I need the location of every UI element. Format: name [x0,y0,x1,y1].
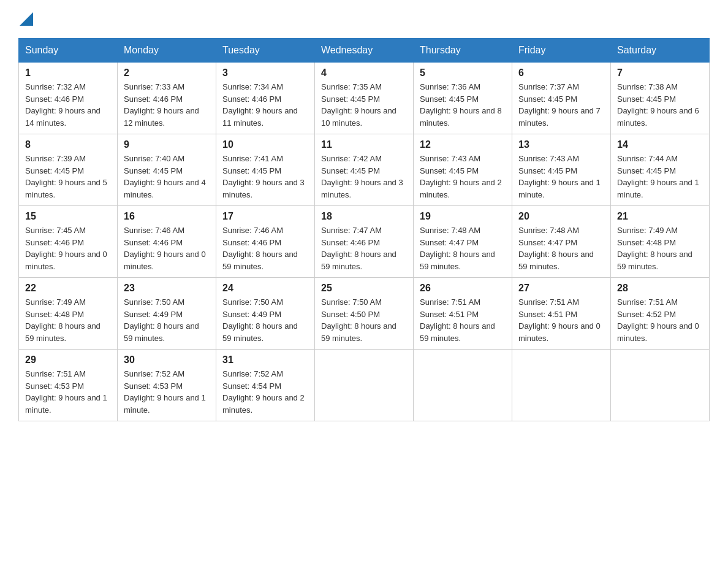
calendar-table: SundayMondayTuesdayWednesdayThursdayFrid… [18,38,710,421]
day-number: 23 [124,283,210,294]
weekday-header-monday: Monday [118,39,216,63]
day-info: Sunrise: 7:44 AMSunset: 4:45 PMDaylight:… [617,153,703,201]
day-info: Sunrise: 7:49 AMSunset: 4:48 PMDaylight:… [25,296,111,344]
calendar-cell: 14Sunrise: 7:44 AMSunset: 4:45 PMDayligh… [611,134,710,206]
calendar-cell: 7Sunrise: 7:38 AMSunset: 4:45 PMDaylight… [611,63,710,134]
day-number: 26 [420,283,506,294]
day-number: 17 [222,211,308,222]
day-number: 18 [321,211,407,222]
calendar-cell: 19Sunrise: 7:48 AMSunset: 4:47 PMDayligh… [414,206,512,278]
calendar-cell: 30Sunrise: 7:52 AMSunset: 4:53 PMDayligh… [118,350,216,421]
day-info: Sunrise: 7:36 AMSunset: 4:45 PMDaylight:… [420,81,506,129]
calendar-cell: 17Sunrise: 7:46 AMSunset: 4:46 PMDayligh… [216,206,315,278]
logo-arrow-icon [20,12,33,26]
calendar-cell [315,350,414,421]
day-number: 8 [25,139,111,150]
calendar-cell: 26Sunrise: 7:51 AMSunset: 4:51 PMDayligh… [414,278,512,350]
day-info: Sunrise: 7:43 AMSunset: 4:45 PMDaylight:… [518,153,604,201]
day-info: Sunrise: 7:32 AMSunset: 4:46 PMDaylight:… [25,81,111,129]
day-info: Sunrise: 7:43 AMSunset: 4:45 PMDaylight:… [420,153,506,201]
day-info: Sunrise: 7:37 AMSunset: 4:45 PMDaylight:… [518,81,604,129]
day-number: 15 [25,211,111,222]
day-number: 6 [518,67,604,79]
day-number: 4 [321,67,407,79]
day-info: Sunrise: 7:49 AMSunset: 4:48 PMDaylight:… [617,224,703,272]
calendar-cell: 13Sunrise: 7:43 AMSunset: 4:45 PMDayligh… [512,134,611,206]
calendar-cell: 18Sunrise: 7:47 AMSunset: 4:46 PMDayligh… [315,206,414,278]
calendar-cell: 9Sunrise: 7:40 AMSunset: 4:45 PMDaylight… [118,134,216,206]
calendar-cell: 1Sunrise: 7:32 AMSunset: 4:46 PMDaylight… [19,63,118,134]
day-number: 21 [617,211,703,222]
day-info: Sunrise: 7:39 AMSunset: 4:45 PMDaylight:… [25,153,111,201]
calendar-cell: 21Sunrise: 7:49 AMSunset: 4:48 PMDayligh… [611,206,710,278]
calendar-cell: 25Sunrise: 7:50 AMSunset: 4:50 PMDayligh… [315,278,414,350]
calendar-cell [611,350,710,421]
weekday-header-thursday: Thursday [414,39,512,63]
day-number: 30 [124,354,210,366]
calendar-week-row: 1Sunrise: 7:32 AMSunset: 4:46 PMDaylight… [19,63,710,134]
calendar-week-row: 22Sunrise: 7:49 AMSunset: 4:48 PMDayligh… [19,278,710,350]
day-number: 1 [25,67,111,79]
calendar-cell: 6Sunrise: 7:37 AMSunset: 4:45 PMDaylight… [512,63,611,134]
day-number: 7 [617,67,703,79]
day-info: Sunrise: 7:42 AMSunset: 4:45 PMDaylight:… [321,153,407,201]
day-number: 22 [25,283,111,294]
calendar-cell: 11Sunrise: 7:42 AMSunset: 4:45 PMDayligh… [315,134,414,206]
calendar-cell: 31Sunrise: 7:52 AMSunset: 4:54 PMDayligh… [216,350,315,421]
day-info: Sunrise: 7:50 AMSunset: 4:49 PMDaylight:… [124,296,210,344]
day-info: Sunrise: 7:52 AMSunset: 4:53 PMDaylight:… [124,368,210,416]
calendar-cell: 23Sunrise: 7:50 AMSunset: 4:49 PMDayligh… [118,278,216,350]
day-info: Sunrise: 7:45 AMSunset: 4:46 PMDaylight:… [25,224,111,272]
day-number: 20 [518,211,604,222]
day-info: Sunrise: 7:50 AMSunset: 4:49 PMDaylight:… [222,296,308,344]
day-number: 9 [124,139,210,150]
weekday-header-friday: Friday [512,39,611,63]
calendar-cell: 3Sunrise: 7:34 AMSunset: 4:46 PMDaylight… [216,63,315,134]
day-info: Sunrise: 7:46 AMSunset: 4:46 PMDaylight:… [222,224,308,272]
day-info: Sunrise: 7:51 AMSunset: 4:52 PMDaylight:… [617,296,703,344]
logo [18,12,33,26]
day-info: Sunrise: 7:48 AMSunset: 4:47 PMDaylight:… [518,224,604,272]
day-number: 31 [222,354,308,366]
day-number: 28 [617,283,703,294]
day-number: 29 [25,354,111,366]
calendar-week-row: 29Sunrise: 7:51 AMSunset: 4:53 PMDayligh… [19,350,710,421]
calendar-cell: 27Sunrise: 7:51 AMSunset: 4:51 PMDayligh… [512,278,611,350]
day-number: 14 [617,139,703,150]
calendar-cell: 24Sunrise: 7:50 AMSunset: 4:49 PMDayligh… [216,278,315,350]
day-number: 2 [124,67,210,79]
day-info: Sunrise: 7:48 AMSunset: 4:47 PMDaylight:… [420,224,506,272]
day-number: 13 [518,139,604,150]
calendar-cell: 12Sunrise: 7:43 AMSunset: 4:45 PMDayligh… [414,134,512,206]
day-info: Sunrise: 7:35 AMSunset: 4:45 PMDaylight:… [321,81,407,129]
weekday-header-row: SundayMondayTuesdayWednesdayThursdayFrid… [19,39,710,63]
day-number: 12 [420,139,506,150]
day-info: Sunrise: 7:41 AMSunset: 4:45 PMDaylight:… [222,153,308,201]
calendar-cell: 28Sunrise: 7:51 AMSunset: 4:52 PMDayligh… [611,278,710,350]
day-info: Sunrise: 7:33 AMSunset: 4:46 PMDaylight:… [124,81,210,129]
day-number: 3 [222,67,308,79]
day-info: Sunrise: 7:38 AMSunset: 4:45 PMDaylight:… [617,81,703,129]
calendar-cell: 22Sunrise: 7:49 AMSunset: 4:48 PMDayligh… [19,278,118,350]
calendar-cell: 29Sunrise: 7:51 AMSunset: 4:53 PMDayligh… [19,350,118,421]
calendar-cell: 2Sunrise: 7:33 AMSunset: 4:46 PMDaylight… [118,63,216,134]
page-header [18,12,710,26]
calendar-cell [414,350,512,421]
day-number: 27 [518,283,604,294]
day-info: Sunrise: 7:47 AMSunset: 4:46 PMDaylight:… [321,224,407,272]
day-number: 24 [222,283,308,294]
day-info: Sunrise: 7:52 AMSunset: 4:54 PMDaylight:… [222,368,308,416]
day-number: 19 [420,211,506,222]
svg-marker-0 [20,12,33,26]
day-info: Sunrise: 7:50 AMSunset: 4:50 PMDaylight:… [321,296,407,344]
calendar-cell: 4Sunrise: 7:35 AMSunset: 4:45 PMDaylight… [315,63,414,134]
calendar-cell: 15Sunrise: 7:45 AMSunset: 4:46 PMDayligh… [19,206,118,278]
weekday-header-sunday: Sunday [19,39,118,63]
day-number: 11 [321,139,407,150]
day-info: Sunrise: 7:46 AMSunset: 4:46 PMDaylight:… [124,224,210,272]
day-info: Sunrise: 7:40 AMSunset: 4:45 PMDaylight:… [124,153,210,201]
day-number: 25 [321,283,407,294]
day-number: 16 [124,211,210,222]
day-info: Sunrise: 7:51 AMSunset: 4:51 PMDaylight:… [518,296,604,344]
weekday-header-wednesday: Wednesday [315,39,414,63]
